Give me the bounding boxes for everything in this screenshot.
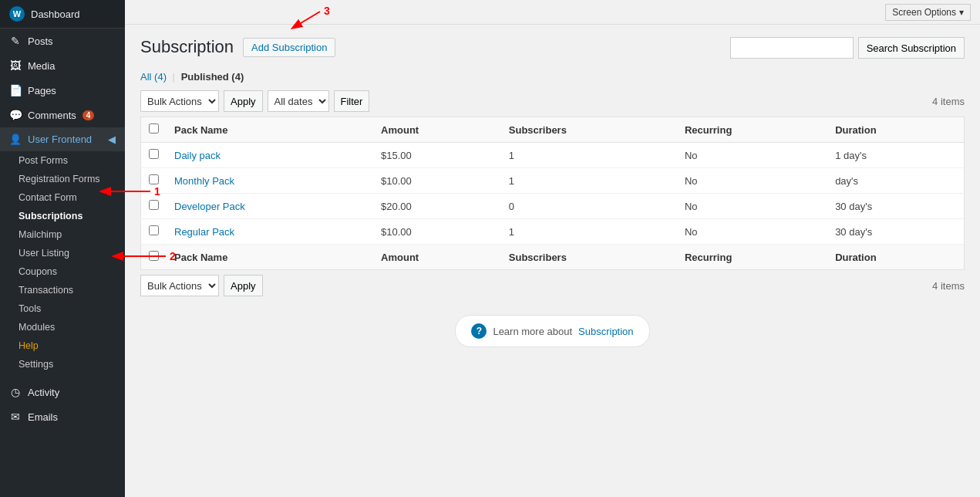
table-row: Monthly Pack $10.00 1 No day's (141, 168, 965, 194)
recurring-footer: Recurring (677, 245, 827, 270)
row-checkbox-cell (141, 168, 167, 194)
apply-button-bottom[interactable]: Apply (224, 275, 263, 296)
date-filter-select[interactable]: All dates (268, 90, 329, 112)
user-frontend-label: User Frontend (28, 134, 92, 145)
row-checkbox[interactable] (149, 174, 159, 184)
screen-options-button[interactable]: Screen Options ▾ (885, 4, 971, 21)
search-bar: Search Subscription (730, 37, 965, 59)
search-subscription-button[interactable]: Search Subscription (858, 37, 965, 59)
tablenav-bottom: Bulk Actions Apply 4 items (140, 275, 965, 296)
title-search-row: Subscription Add Subscription Search Sub… (140, 37, 965, 65)
sidebar-logo[interactable]: W Dashboard (0, 0, 125, 29)
all-filter-link[interactable]: All (4) (140, 71, 167, 83)
duration-footer: Duration (827, 245, 964, 270)
row-checkbox-cell (141, 194, 167, 219)
sidebar: W Dashboard ✎ Posts 🖼 Media 📄 Pages 💬 Co… (0, 0, 125, 497)
amount-cell: $20.00 (373, 194, 501, 219)
topbar: Screen Options ▾ (125, 0, 980, 25)
sidebar-item-settings[interactable]: Settings (0, 355, 125, 374)
sidebar-item-tools[interactable]: Tools (0, 299, 125, 318)
comments-badge: 4 (83, 110, 95, 120)
sidebar-item-posts[interactable]: ✎ Posts (0, 29, 125, 53)
subscriptions-label: Subscriptions (19, 211, 83, 221)
filter-button[interactable]: Filter (334, 90, 370, 112)
subscribers-cell: 1 (501, 168, 677, 194)
duration-header: Duration (827, 117, 964, 143)
amount-cell: $10.00 (373, 168, 501, 194)
row-checkbox-cell (141, 219, 167, 245)
sidebar-item-activity[interactable]: ◷ Activity (0, 380, 125, 404)
subscribers-footer: Subscribers (501, 245, 677, 270)
sidebar-item-post-forms[interactable]: Post Forms (0, 151, 125, 170)
activity-icon: ◷ (9, 386, 22, 398)
table-row: Daily pack $15.00 1 No 1 day's (141, 143, 965, 168)
emails-icon: ✉ (9, 411, 22, 423)
published-filter-link[interactable]: Published (4) (181, 71, 244, 83)
sidebar-item-contact-form[interactable]: Contact Form (0, 188, 125, 207)
tablenav-top-right: 4 items (932, 96, 965, 107)
subscribers-cell: 1 (501, 143, 677, 168)
amount-cell: $10.00 (373, 219, 501, 245)
sidebar-item-modules[interactable]: Modules (0, 318, 125, 336)
pack-name-cell: Daily pack (167, 143, 373, 168)
pack-name-link[interactable]: Monthly Pack (174, 175, 234, 187)
bulk-actions-select-top[interactable]: Bulk Actions (140, 90, 219, 112)
main-area: Screen Options ▾ Subscription Add Subscr… (125, 0, 980, 497)
select-all-col-bottom (141, 245, 167, 270)
recurring-header: Recurring (677, 117, 827, 143)
pack-name-link[interactable]: Regular Pack (174, 226, 234, 238)
tools-label: Tools (19, 303, 41, 314)
table-body: Daily pack $15.00 1 No 1 day's Monthly P… (141, 143, 965, 245)
recurring-cell: No (677, 143, 827, 168)
pack-name-link[interactable]: Daily pack (174, 150, 221, 161)
subscribers-cell: 1 (501, 219, 677, 245)
recurring-cell: No (677, 168, 827, 194)
subscribers-cell: 0 (501, 194, 677, 219)
posts-icon: ✎ (9, 35, 22, 47)
sidebar-item-subscriptions[interactable]: Subscriptions (0, 207, 125, 225)
sidebar-item-comments[interactable]: 💬 Comments 4 (0, 103, 125, 127)
select-all-checkbox[interactable] (149, 123, 159, 134)
row-checkbox[interactable] (149, 225, 159, 235)
pack-name-cell: Regular Pack (167, 219, 373, 245)
sidebar-item-emails[interactable]: ✉ Emails (0, 404, 125, 429)
media-label: Media (28, 60, 55, 72)
sidebar-item-user-frontend[interactable]: 👤 User Frontend ◀ (0, 127, 125, 151)
apply-button-top[interactable]: Apply (224, 90, 263, 112)
sidebar-item-media[interactable]: 🖼 Media (0, 53, 125, 78)
sidebar-item-user-listing[interactable]: User Listing (0, 244, 125, 262)
row-checkbox[interactable] (149, 149, 159, 159)
tablenav-bottom-right: 4 items (932, 280, 965, 292)
page-title: Subscription (140, 37, 234, 57)
bulk-actions-select-bottom[interactable]: Bulk Actions (140, 275, 219, 296)
sidebar-item-transactions[interactable]: Transactions (0, 281, 125, 299)
duration-cell: 30 day's (827, 194, 964, 219)
pack-name-cell: Monthly Pack (167, 168, 373, 194)
filter-separator: | (173, 71, 175, 83)
dashboard-label: Dashboard (31, 8, 80, 20)
select-all-checkbox-bottom[interactable] (149, 251, 159, 261)
search-input[interactable] (730, 37, 854, 59)
sidebar-item-mailchimp[interactable]: Mailchimp (0, 225, 125, 244)
learn-more-link[interactable]: Subscription (578, 326, 634, 337)
user-frontend-submenu: Post Forms Registration Forms Contact Fo… (0, 151, 125, 374)
tablenav-bottom-left: Bulk Actions Apply (140, 275, 263, 296)
sidebar-item-pages[interactable]: 📄 Pages (0, 78, 125, 103)
registration-forms-label: Registration Forms (19, 174, 100, 184)
row-checkbox[interactable] (149, 200, 159, 210)
pages-label: Pages (28, 85, 56, 96)
pack-name-header: Pack Name (167, 117, 373, 143)
pack-name-link[interactable]: Developer Pack (174, 201, 245, 212)
add-subscription-button[interactable]: Add Subscription (243, 38, 335, 57)
wp-logo-icon: W (9, 6, 25, 22)
content-area: Subscription Add Subscription Search Sub… (125, 25, 980, 497)
subscriptions-table: Pack Name Amount Subscribers Recurring D… (140, 117, 965, 270)
sidebar-item-registration-forms[interactable]: Registration Forms (0, 170, 125, 188)
sidebar-item-help[interactable]: Help (0, 336, 125, 355)
sidebar-item-coupons[interactable]: Coupons (0, 262, 125, 281)
table-footer-row: Pack Name Amount Subscribers Recurring D… (141, 245, 965, 270)
pack-name-footer: Pack Name (167, 245, 373, 270)
items-count-top: 4 items (932, 96, 965, 107)
media-icon: 🖼 (9, 59, 22, 72)
comments-label: Comments (28, 110, 76, 121)
